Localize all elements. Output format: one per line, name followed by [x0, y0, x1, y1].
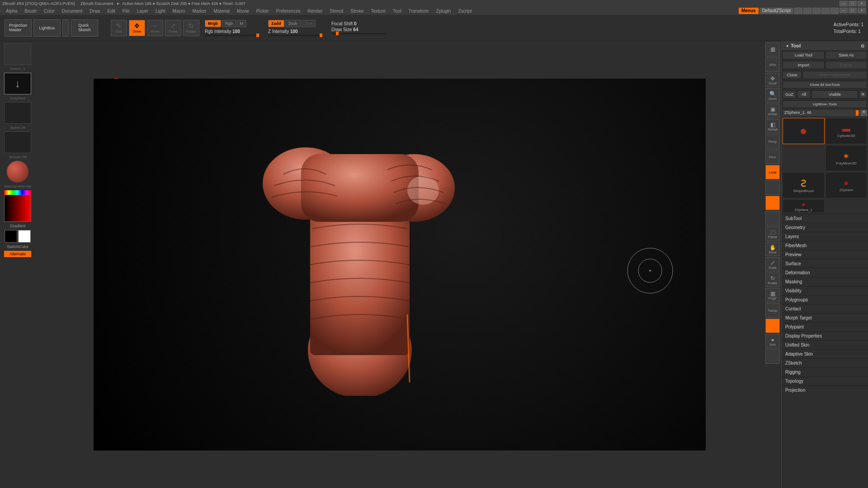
alternate-button[interactable]: Alternate: [4, 251, 31, 257]
blank-tool-1[interactable]: ▦: [765, 42, 780, 56]
xyz-tool[interactable]: [765, 211, 780, 225]
menu-macro[interactable]: Macro: [169, 8, 189, 14]
floor-tool[interactable]: Floor: [765, 150, 780, 164]
primary-color-swatch[interactable]: [18, 230, 31, 243]
clone-button[interactable]: Clone: [783, 71, 802, 79]
polymesh3d-tool[interactable]: ✶ PolyMesh3D: [826, 145, 868, 171]
preview-section[interactable]: Preview: [782, 250, 868, 259]
rotate-mode-button[interactable]: ↻Rotate: [183, 20, 199, 36]
load-tool-button[interactable]: Load Tool: [783, 51, 825, 59]
export-button[interactable]: Export: [826, 61, 868, 69]
menu-stroke[interactable]: Stroke: [347, 8, 367, 14]
brush-thumb[interactable]: [4, 43, 31, 65]
rigging-section[interactable]: Rigging: [782, 367, 868, 376]
zoom-tool[interactable]: 🔍Zoom: [765, 88, 780, 103]
lconst-tool[interactable]: [765, 180, 780, 195]
rgb-intensity-slider[interactable]: [205, 35, 259, 36]
polygroups-section[interactable]: Polygroups: [782, 295, 868, 304]
local-tool[interactable]: Local: [765, 165, 780, 179]
menu-preferences[interactable]: Preferences: [273, 8, 304, 14]
goz-all-button[interactable]: All: [797, 90, 811, 99]
cylinder3d-tool[interactable]: ▬ Cylinder3D: [826, 118, 868, 144]
zadd-button[interactable]: Zadd: [268, 20, 284, 27]
import-button[interactable]: Import: [783, 61, 825, 69]
menu-alpha[interactable]: Alpha: [2, 8, 21, 14]
toolbar-icon-4[interactable]: [821, 8, 830, 14]
xpose-tool[interactable]: [765, 349, 780, 364]
contact-section[interactable]: Contact: [782, 304, 868, 313]
transp-tool[interactable]: Transp: [765, 303, 780, 318]
doc-close[interactable]: ×: [858, 8, 866, 13]
persp-tool[interactable]: Persp: [765, 134, 780, 149]
menu-texture[interactable]: Texture: [367, 8, 389, 14]
toolbar-icon-1[interactable]: [794, 8, 802, 14]
doc-minimize[interactable]: —: [840, 8, 848, 13]
layers-section[interactable]: Layers: [782, 232, 868, 241]
surface-section[interactable]: Surface: [782, 259, 868, 268]
close-button[interactable]: ×: [858, 1, 866, 6]
move-nav-tool[interactable]: ✋Move: [765, 242, 780, 256]
menu-color[interactable]: Color: [40, 8, 58, 14]
deformation-section[interactable]: Deformation: [782, 268, 868, 277]
toolbar-icon-2[interactable]: [803, 8, 811, 14]
secondary-color-swatch[interactable]: [5, 230, 17, 243]
stroke-thumb[interactable]: ↓: [4, 73, 31, 94]
edit-mode-button[interactable]: ✎Edit: [111, 20, 127, 36]
canvas-area[interactable]: [35, 41, 764, 488]
tool-panel-header[interactable]: Tool⊙: [782, 41, 868, 50]
gradient-label[interactable]: Gradient: [10, 224, 26, 228]
lightbox-button[interactable]: LightBox: [33, 19, 61, 37]
clone-all-subtools-button[interactable]: Clone All SubTools: [783, 81, 867, 89]
menu-file[interactable]: File: [119, 8, 133, 14]
topology-section[interactable]: Topology: [782, 376, 868, 385]
menu-document[interactable]: Document: [58, 8, 86, 14]
rgb-button[interactable]: Rgb: [222, 20, 236, 27]
visibility-section[interactable]: Visibility: [782, 286, 868, 295]
adaptive-skin-section[interactable]: Adaptive Skin: [782, 349, 868, 358]
unified-skin-section[interactable]: Unified Skin: [782, 340, 868, 349]
projection-master-button[interactable]: Projection Master: [5, 19, 32, 37]
goz-visible-button[interactable]: Visible: [811, 90, 858, 99]
quick-sketch-button[interactable]: Quick Sketch: [71, 19, 98, 37]
alpha-thumb[interactable]: [4, 102, 31, 124]
maximize-button[interactable]: □: [849, 1, 857, 6]
frame-tool[interactable]: ⬚Frame: [765, 226, 780, 241]
default-zscript[interactable]: DefaultZScript: [760, 8, 793, 14]
lightbox-tools-button[interactable]: Lightbox› Tools: [783, 100, 867, 108]
menu-brush[interactable]: Brush: [21, 8, 40, 14]
scale-mode-button[interactable]: ⤢Scale: [165, 20, 181, 36]
morph-target-section[interactable]: Morph Target: [782, 313, 868, 322]
menu-transform[interactable]: Transform: [405, 8, 432, 14]
actual-tool[interactable]: ▣Actual: [765, 103, 780, 118]
draw-mode-button[interactable]: ✥Draw: [129, 20, 145, 36]
polypaint-section[interactable]: Polypaint: [782, 322, 868, 331]
menu-render[interactable]: Render: [304, 8, 326, 14]
zcut-button[interactable]: Zcut: [302, 20, 316, 27]
subtool-section[interactable]: SubTool: [782, 214, 868, 223]
hue-strip[interactable]: [4, 190, 31, 195]
goz-r-button[interactable]: R: [859, 90, 867, 99]
projection-section[interactable]: Projection: [782, 385, 868, 394]
polyf-tool[interactable]: ▦PolyF: [765, 288, 780, 302]
color-picker[interactable]: [4, 195, 31, 222]
toolbar-icon-5[interactable]: [830, 8, 839, 14]
goz-button[interactable]: GoZ: [783, 90, 796, 99]
zsketch-section[interactable]: ZSketch: [782, 358, 868, 367]
menu-picker[interactable]: Picker: [253, 8, 273, 14]
spix-tool[interactable]: SPix: [765, 57, 780, 72]
menu-light[interactable]: Light: [152, 8, 169, 14]
aahalf-tool[interactable]: ◧AAHalf: [765, 119, 780, 133]
draw-size-slider[interactable]: [331, 33, 386, 34]
texture-thumb[interactable]: [4, 131, 31, 153]
quicksketch-checkbox[interactable]: [62, 19, 69, 37]
menu-zscript[interactable]: Zscript: [454, 8, 475, 14]
menu-stencil[interactable]: Stencil: [326, 8, 347, 14]
toolbar-icon-3[interactable]: [812, 8, 821, 14]
menu-material[interactable]: Material: [210, 8, 234, 14]
scroll-tool[interactable]: ✥Scroll: [765, 73, 780, 87]
menu-tool[interactable]: Tool: [389, 8, 405, 14]
display-properties-section[interactable]: Display Properties: [782, 331, 868, 340]
zsub-button[interactable]: Zsub: [285, 20, 301, 27]
m-button[interactable]: M: [237, 20, 247, 27]
menu-edit[interactable]: Edit: [104, 8, 119, 14]
